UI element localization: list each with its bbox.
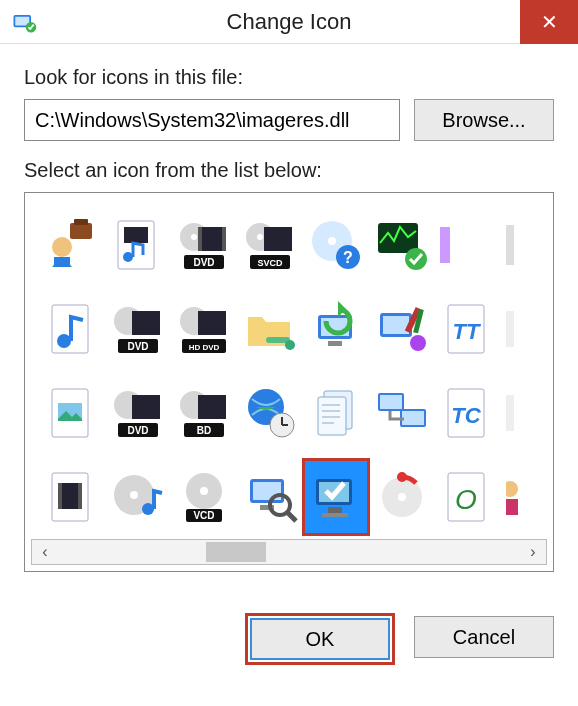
progress-disc-icon[interactable] [371, 461, 433, 533]
scroll-track[interactable] [58, 540, 520, 564]
svg-rect-60 [198, 395, 226, 419]
svg-rect-92 [322, 513, 348, 517]
scroll-left-button[interactable]: ‹ [32, 540, 58, 564]
bd-video-icon[interactable]: BD [173, 377, 235, 449]
svg-rect-6 [54, 257, 70, 267]
svg-rect-52 [506, 311, 514, 347]
cancel-button[interactable]: Cancel [414, 616, 554, 658]
title-text: Change Icon [0, 9, 578, 35]
svg-text:TC: TC [451, 403, 481, 428]
svg-rect-56 [132, 395, 160, 419]
svg-rect-4 [74, 219, 88, 225]
svg-point-31 [57, 334, 71, 348]
svg-rect-33 [132, 311, 160, 335]
svg-point-94 [398, 493, 406, 501]
svg-text:DVD: DVD [127, 341, 148, 352]
music-file-icon[interactable] [41, 293, 103, 365]
icon-list-box: DVD SVCD ? DVD HD DVD TT DVD BD TC [24, 192, 554, 572]
svg-rect-13 [198, 227, 202, 251]
partial-icon-d[interactable] [503, 377, 554, 449]
icon-path-input[interactable] [24, 99, 400, 141]
partial-user-icon[interactable] [503, 461, 554, 533]
documents-stack-icon[interactable] [305, 377, 367, 449]
close-button[interactable]: ✕ [520, 0, 578, 44]
font-tc-file-icon[interactable]: TC [437, 377, 499, 449]
svg-text:DVD: DVD [127, 425, 148, 436]
horizontal-scrollbar[interactable]: ‹ › [31, 539, 547, 565]
svg-rect-28 [440, 227, 450, 263]
svg-point-11 [191, 234, 197, 240]
svg-point-41 [285, 340, 295, 350]
music-disc-icon[interactable] [107, 461, 169, 533]
ok-button[interactable]: OK [250, 618, 390, 660]
svg-rect-37 [198, 311, 226, 335]
svg-rect-99 [506, 499, 518, 515]
app-icon [10, 8, 38, 36]
svg-text:TT: TT [453, 319, 481, 344]
pc-paint-tools-icon[interactable] [371, 293, 433, 365]
svg-point-5 [52, 237, 72, 257]
svg-text:O: O [455, 484, 477, 515]
zero-file-icon[interactable]: O [437, 461, 499, 533]
svg-point-95 [397, 472, 407, 482]
svg-point-79 [130, 491, 138, 499]
svg-text:BD: BD [197, 425, 211, 436]
select-label: Select an icon from the list below: [24, 159, 554, 182]
film-file-icon[interactable] [41, 461, 103, 533]
svg-text:?: ? [343, 249, 353, 266]
svg-point-23 [328, 237, 336, 245]
svg-point-18 [257, 234, 263, 240]
pc-refresh-icon[interactable] [305, 293, 367, 365]
partial-icon-a[interactable] [437, 209, 499, 281]
svg-point-82 [200, 487, 208, 495]
partial-icon-c[interactable] [503, 293, 554, 365]
svg-text:SVCD: SVCD [257, 258, 283, 268]
dialog-content: Look for icons in this file: Browse... S… [0, 44, 578, 590]
titlebar: Change Icon ✕ [0, 0, 578, 44]
folder-network-icon[interactable] [239, 293, 301, 365]
vcd-disc-icon[interactable]: VCD [173, 461, 235, 533]
svg-rect-44 [328, 341, 342, 346]
user-briefcase-icon[interactable] [41, 209, 103, 281]
svg-text:DVD: DVD [193, 257, 214, 268]
font-tt-file-icon[interactable]: TT [437, 293, 499, 365]
scroll-right-button[interactable]: › [520, 540, 546, 564]
svg-point-49 [410, 335, 426, 351]
svg-rect-73 [506, 395, 514, 431]
dvd-disc-video-icon[interactable]: DVD [107, 293, 169, 365]
svg-rect-12 [198, 227, 226, 251]
svg-rect-3 [70, 223, 92, 239]
svg-rect-91 [328, 507, 342, 513]
dvd-video-icon[interactable]: DVD [173, 209, 235, 281]
pc-network-icon[interactable] [371, 377, 433, 449]
svg-text:VCD: VCD [193, 510, 214, 521]
svg-rect-46 [383, 316, 409, 334]
svg-point-98 [506, 481, 518, 497]
pc-search-icon[interactable] [239, 461, 301, 533]
dialog-footer: OK Cancel [0, 590, 578, 688]
pc-checkmark-icon[interactable] [305, 461, 367, 533]
globe-clock-icon[interactable] [239, 377, 301, 449]
svg-rect-14 [222, 227, 226, 251]
svg-rect-68 [380, 395, 402, 409]
svcd-video-icon[interactable]: SVCD [239, 209, 301, 281]
close-icon: ✕ [541, 10, 558, 34]
ok-highlight: OK [248, 616, 392, 662]
svg-rect-77 [78, 483, 82, 509]
media-file-icon[interactable] [107, 209, 169, 281]
picture-file-icon[interactable] [41, 377, 103, 449]
hddvd-video-icon[interactable]: HD DVD [173, 293, 235, 365]
svg-rect-66 [318, 397, 346, 435]
scroll-thumb[interactable] [206, 542, 266, 562]
svg-rect-70 [402, 411, 424, 425]
partial-icon-b[interactable] [503, 209, 554, 281]
perfmon-ok-icon[interactable] [371, 209, 433, 281]
svg-text:HD DVD: HD DVD [189, 343, 220, 352]
dvd-video-icon-b[interactable]: DVD [107, 377, 169, 449]
svg-rect-19 [264, 227, 292, 251]
svg-rect-29 [506, 225, 514, 265]
browse-button[interactable]: Browse... [414, 99, 554, 141]
icon-grid: DVD SVCD ? DVD HD DVD TT DVD BD TC [41, 209, 547, 539]
svg-rect-8 [124, 227, 148, 243]
disc-help-icon[interactable]: ? [305, 209, 367, 281]
